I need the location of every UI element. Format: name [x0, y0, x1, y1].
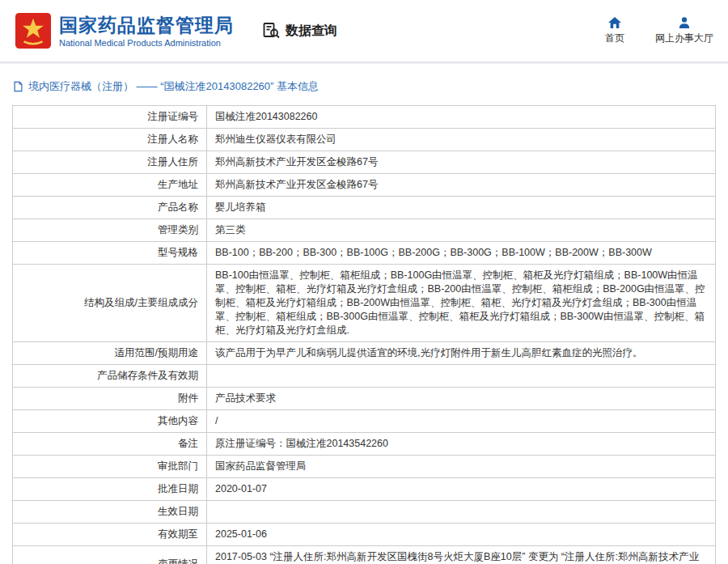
row-value: 国家药品监督管理局 — [207, 456, 716, 478]
row-value: 郑州高新技术产业开发区金梭路67号 — [207, 151, 716, 174]
row-label: 产品名称 — [13, 197, 207, 219]
table-row: 注册人住所 郑州高新技术产业开发区金梭路67号 — [13, 151, 716, 174]
nav-online-hall-label: 网上办事大厅 — [655, 32, 713, 45]
row-label: 产品储存条件及有效期 — [13, 365, 207, 388]
row-value: 郑州高新技术产业开发区金梭路67号 — [207, 174, 716, 197]
row-value: BB-100由恒温罩、控制柜、箱柜组成；BB-100G由恒温罩、控制柜、箱柜及光… — [207, 265, 716, 342]
row-label: 批准日期 — [13, 478, 207, 501]
row-label: 备注 — [13, 433, 207, 456]
document-icon — [13, 81, 23, 92]
home-icon — [607, 16, 622, 29]
table-row: 备注 原注册证编号：国械注准20143542260 — [13, 433, 716, 456]
row-value: 郑州迪生仪器仪表有限公司 — [207, 129, 716, 151]
table-row: 有效期至 2025-01-06 — [13, 524, 716, 546]
table-row: 变更情况 2017-05-03 “注册人住所:郑州高新开发区国槐街8号火炬大厦B… — [13, 546, 716, 564]
table-row: 生产地址 郑州高新技术产业开发区金梭路67号 — [13, 174, 716, 197]
row-label: 管理类别 — [13, 219, 207, 242]
row-value — [207, 501, 716, 524]
row-label: 适用范围/预期用途 — [13, 342, 207, 365]
table-row: 注册证编号 国械注准20143082260 — [13, 106, 716, 129]
row-value: 2020-01-07 — [207, 478, 716, 501]
table-row: 结构及组成/主要组成成分 BB-100由恒温罩、控制柜、箱柜组成；BB-100G… — [13, 265, 716, 342]
header: 国家药品监督管理局 National Medical Products Admi… — [0, 0, 728, 63]
user-icon — [678, 16, 691, 29]
table-row: 型号规格 BB-100；BB-200；BB-300；BB-100G；BB-200… — [13, 242, 716, 265]
row-label: 注册人住所 — [13, 151, 207, 174]
site-title: 国家药品监督管理局 — [59, 15, 234, 36]
row-label: 变更情况 — [13, 546, 207, 564]
row-value: 产品技术要求 — [207, 388, 716, 410]
registration-info-table: 注册证编号 国械注准20143082260 注册人名称 郑州迪生仪器仪表有限公司… — [0, 102, 728, 564]
row-value: 原注册证编号：国械注准20143542260 — [207, 433, 716, 456]
breadcrumb: 境内医疗器械（注册） —— “国械注准20143082260” 基本信息 — [0, 63, 728, 102]
row-value: BB-100；BB-200；BB-300；BB-100G；BB-200G；BB-… — [207, 242, 716, 265]
row-value: 第三类 — [207, 219, 716, 242]
breadcrumb-text: 境内医疗器械（注册） —— “国械注准20143082260” 基本信息 — [28, 79, 319, 94]
table-row: 审批部门 国家药品监督管理局 — [13, 456, 716, 478]
row-value — [207, 365, 716, 388]
national-emblem-icon — [15, 12, 52, 49]
nav-home[interactable]: 首页 — [605, 16, 624, 45]
table-row: 其他内容 / — [13, 410, 716, 433]
row-value: / — [207, 410, 716, 433]
row-label: 结构及组成/主要组成成分 — [13, 265, 207, 342]
table-row: 生效日期 — [13, 501, 716, 524]
row-value: 2017-05-03 “注册人住所:郑州高新开发区国槐街8号火炬大厦B座10层”… — [207, 546, 716, 564]
data-query-tab[interactable]: 数据查询 — [261, 21, 337, 40]
row-label: 注册证编号 — [13, 106, 207, 129]
nav-home-label: 首页 — [605, 32, 624, 45]
nav-online-hall[interactable]: 网上办事大厅 — [655, 16, 713, 45]
table-row: 附件 产品技术要求 — [13, 388, 716, 410]
row-value: 2025-01-06 — [207, 524, 716, 546]
row-label: 生产地址 — [13, 174, 207, 197]
row-label: 审批部门 — [13, 456, 207, 478]
data-query-label: 数据查询 — [286, 23, 337, 40]
table-row: 注册人名称 郑州迪生仪器仪表有限公司 — [13, 129, 716, 151]
table-row: 产品名称 婴儿培养箱 — [13, 197, 716, 219]
row-label: 有效期至 — [13, 524, 207, 546]
top-nav: 首页 网上办事大厅 — [605, 16, 713, 45]
data-query-icon — [261, 21, 281, 40]
table-row: 产品储存条件及有效期 — [13, 365, 716, 388]
row-label: 注册人名称 — [13, 129, 207, 151]
row-label: 型号规格 — [13, 242, 207, 265]
site-logo[interactable]: 国家药品监督管理局 National Medical Products Admi… — [15, 12, 234, 49]
table-row: 管理类别 第三类 — [13, 219, 716, 242]
row-label: 附件 — [13, 388, 207, 410]
row-value: 婴儿培养箱 — [207, 197, 716, 219]
row-label: 生效日期 — [13, 501, 207, 524]
table-row: 适用范围/预期用途 该产品用于为早产儿和病弱儿提供适宜的环境,光疗灯附件用于新生… — [13, 342, 716, 365]
table-row: 批准日期 2020-01-07 — [13, 478, 716, 501]
row-value: 该产品用于为早产儿和病弱儿提供适宜的环境,光疗灯附件用于新生儿高胆红素血症的光照… — [207, 342, 716, 365]
row-label: 其他内容 — [13, 410, 207, 433]
site-subtitle: National Medical Products Administration — [59, 38, 234, 48]
row-value: 国械注准20143082260 — [207, 106, 716, 129]
